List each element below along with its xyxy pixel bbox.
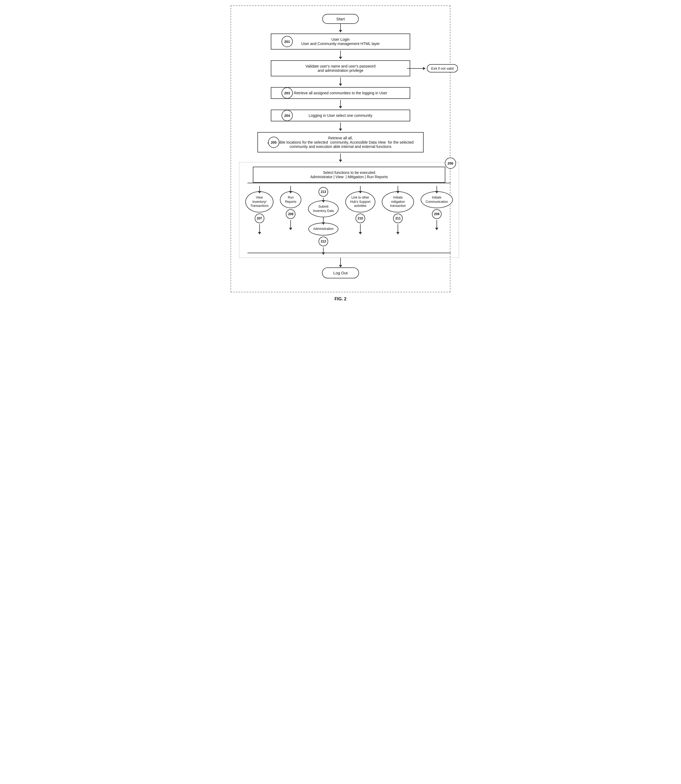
- logout-node: Log Out: [322, 267, 359, 278]
- step-num-209: 209: [432, 209, 442, 219]
- arrow-start-to-201: [339, 24, 342, 32]
- branch-col-208: RunReports 208: [280, 186, 301, 228]
- arrow-204-to-205: [339, 122, 342, 131]
- arrow-from-208: [290, 220, 291, 228]
- branch-col-211: Initiate mitigationtransaction 211: [382, 186, 414, 232]
- arrow-from-212: [323, 247, 324, 253]
- step-label-206: 206: [445, 158, 456, 169]
- step-202-box: Validate user's name and user's password…: [271, 60, 410, 76]
- branch-col-207: ViewInventory/Transactions 207: [245, 186, 273, 232]
- step-label-203: 203: [282, 87, 293, 99]
- arrow-to-209: [437, 186, 437, 191]
- branch-oval-211: Initiate mitigationtransaction: [382, 191, 414, 212]
- branch-col-213: 213 SubmitInventory Data Administration …: [308, 186, 339, 253]
- step-203-text: Retrieve all assigned communities to the…: [294, 91, 387, 95]
- arrow-205-to-206: [339, 153, 342, 162]
- step-num-210: 210: [356, 213, 365, 223]
- branch-oval-208: RunReports: [280, 191, 301, 208]
- step-202-text: Validate user's name and user's password…: [306, 64, 375, 73]
- step-label-206-pos: 206: [445, 156, 456, 170]
- branch-oval-209: InitiateCommunication: [421, 191, 453, 208]
- step-num-212: 212: [318, 237, 328, 246]
- step-num-211: 211: [393, 213, 403, 223]
- step-205-text: Retrieve all all,Accessible locations fo…: [268, 136, 414, 149]
- step-num-208: 208: [286, 209, 295, 219]
- step-204-text: Logging in User select one community: [309, 113, 372, 118]
- arrow-to-207: [259, 186, 260, 191]
- arrow-to-logout: [339, 258, 342, 267]
- select-functions-box: Select functions to be executedAdministr…: [253, 167, 445, 183]
- arrow-203-to-204: [339, 100, 342, 109]
- arrow-from-213: [323, 217, 324, 223]
- step-201-text: User LoginUser and Community management …: [301, 37, 380, 46]
- arrow-to-213: [323, 198, 324, 201]
- arrow-to-211: [398, 186, 398, 191]
- branch-oval-210: Link to otherHub's Supportactivities: [345, 191, 375, 212]
- step-201-wrapper: 201 User LoginUser and Community managem…: [239, 33, 442, 49]
- region-206: 206 Select functions to be executedAdmin…: [239, 162, 459, 258]
- figure-label: FIG. 2: [225, 297, 456, 302]
- exit-label: Exit if not valid: [427, 64, 458, 73]
- branch-col-209: InitiateCommunication 209: [421, 186, 453, 228]
- arrow-to-208: [290, 186, 291, 191]
- step-205-box: Retrieve all all,Accessible locations fo…: [257, 132, 424, 152]
- branch-oval-213: SubmitInventory Data: [308, 201, 339, 217]
- branches-row: ViewInventory/Transactions 207 RunReport…: [242, 186, 456, 253]
- step-203-wrapper: 203 Retrieve all assigned communities to…: [239, 87, 442, 99]
- branch-oval-207: ViewInventory/Transactions: [245, 191, 273, 212]
- branch-bottom-h-line: [247, 253, 451, 253]
- arrow-from-207: [259, 224, 260, 232]
- start-node: Start: [322, 14, 359, 24]
- arrow-from-211: [398, 224, 398, 232]
- arrow-201-to-202: [339, 51, 342, 59]
- step-204-wrapper: 204 Logging in User select one community: [239, 110, 442, 122]
- step-label-204: 204: [282, 110, 293, 121]
- step-label-205: 205: [268, 137, 279, 148]
- arrow-202-to-203: [339, 77, 342, 86]
- arrow-from-209: [437, 220, 437, 228]
- arrow-to-210: [360, 186, 361, 191]
- branch-h-line: [247, 183, 451, 183]
- step-num-207: 207: [255, 213, 264, 223]
- exit-arrow: Exit if not valid: [407, 64, 458, 73]
- step-202-wrapper: 202 Validate user's name and user's pass…: [239, 60, 442, 76]
- arrow-from-210: [360, 224, 361, 232]
- step-205-wrapper: 205 Retrieve all all,Accessible location…: [239, 132, 442, 152]
- step-num-213-top: 213: [318, 187, 328, 197]
- step-label-201: 201: [282, 36, 293, 47]
- branch-col-210: Link to otherHub's Supportactivities 210: [345, 186, 375, 232]
- select-functions-text: Select functions to be executedAdministr…: [310, 171, 388, 179]
